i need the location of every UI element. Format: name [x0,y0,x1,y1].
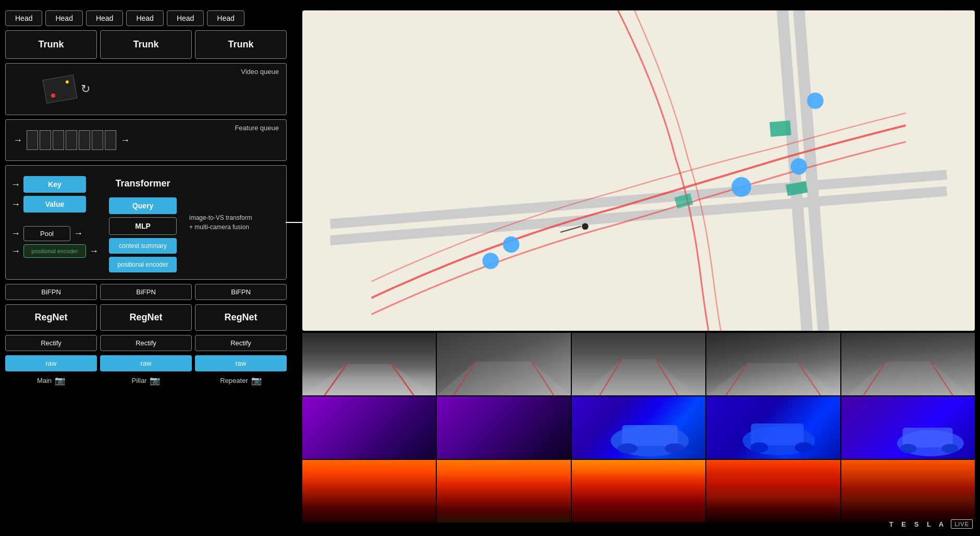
pos-enc-btn[interactable]: positional encoder [23,244,86,258]
svg-point-8 [791,158,807,175]
transformer-desc-2: + multi-camera fusion [189,222,252,232]
camera-label-row: Main 📷 Pillar 📷 Repeater 📷 [5,376,287,385]
regnet-1: RegNet [5,304,97,331]
head-btn-1-1[interactable]: Head [5,10,42,26]
arrow-value: → [11,199,20,210]
svg-point-28 [665,443,684,454]
svg-point-36 [941,444,958,453]
raw-btn-3[interactable]: raw [195,355,287,371]
rectify-row: Rectify Rectify Rectify [5,335,287,351]
cam-cell-r2c4 [706,396,840,459]
transformer-description: image-to-VS transform + multi-camera fus… [186,171,252,274]
value-row: → Value [11,196,100,213]
head-btn-3-2[interactable]: Head [207,10,244,26]
cam-cell-r2c5 [841,396,975,459]
arrow-posenc2: → [89,246,99,257]
svg-point-7 [731,177,751,197]
bifpn-2: BiFPN [100,284,192,300]
bifpn-1: BiFPN [5,284,97,300]
raw-row: raw raw raw [5,355,287,371]
arrow-key: → [11,179,20,190]
repeater-camera-icon: 📷 [251,376,262,385]
cam-cell-r2c3 [572,396,705,459]
svg-rect-0 [330,10,947,331]
regnet-2: RegNet [100,304,192,331]
value-btn[interactable]: Value [23,196,86,213]
head-group-3: Head Head [167,10,244,26]
rectify-2: Rectify [100,335,192,351]
feature-bar-3 [53,130,64,150]
transformer-left: → Key → Value → Pool → → positional enco… [11,171,100,274]
main-visualization [302,10,975,331]
road-viz-svg [302,10,975,331]
feature-bar-6 [92,130,103,150]
feature-bar-1 [27,130,38,150]
svg-point-6 [482,253,499,269]
posenc-row: → positional encoder → [11,244,100,258]
trunk-1: Trunk [5,30,97,59]
head-btn-2-1[interactable]: Head [86,10,123,26]
rectify-3: Rectify [195,335,287,351]
query-btn[interactable]: Query [109,197,177,214]
regnet-3: RegNet [195,304,287,331]
head-group-2: Head Head [86,10,164,26]
context-summary-btn[interactable]: context summary [109,238,177,254]
cam-cell-r3c3 [572,460,705,522]
camera-label-main: Main 📷 [5,376,97,385]
head-row: Head Head Head Head Head Head [5,10,287,26]
svg-rect-26 [622,425,678,446]
cam-cell-r2c1 [302,396,436,459]
transformer-box: → Key → Value → Pool → → positional enco… [5,165,287,280]
bifpn-row: BiFPN BiFPN BiFPN [5,284,287,300]
video-queue-icon: ↻ [44,77,90,101]
arrow-posenc: → [11,246,20,257]
cam-cell-r3c1 [302,460,436,522]
main-camera-name: Main [37,377,52,384]
head-btn-1-2[interactable]: Head [45,10,82,26]
head-btn-3-1[interactable]: Head [167,10,204,26]
feature-bar-5 [79,130,90,150]
pool-btn[interactable]: Pool [23,226,70,241]
head-btn-2-2[interactable]: Head [126,10,163,26]
transformer-section-wrapper: → Key → Value → Pool → → positional enco… [5,165,287,280]
trunk-row: Trunk Trunk Trunk [5,30,287,59]
svg-rect-30 [751,423,804,445]
tesla-footer: T E S L A LIVE [889,519,973,529]
feature-bar-7 [105,130,116,150]
feature-bar-2 [40,130,51,150]
arrow-right-fq: → [13,135,22,146]
bifpn-3: BiFPN [195,284,287,300]
camera-grid [302,333,975,531]
cam-cell-r1c3 [572,333,705,395]
svg-rect-10 [769,120,791,137]
cam-cell-r3c4 [706,460,840,522]
pool-row: → Pool → [11,226,100,241]
raw-btn-2[interactable]: raw [100,355,192,371]
transformer-title: Transformer [115,173,170,194]
feature-queue-label: Feature queue [235,124,279,132]
svg-point-27 [617,443,637,454]
cam-cell-r1c4 [706,333,840,395]
main-camera-icon: 📷 [55,376,65,385]
mlp-btn[interactable]: MLP [109,217,177,235]
arrow-pool: → [11,228,20,239]
camera-label-pillar: Pillar 📷 [100,376,192,385]
positional-encoder-btn[interactable]: positional encoder [109,257,177,272]
feature-queue-box: Feature queue → → [5,119,287,161]
svg-point-9 [807,93,824,109]
cam-cell-r1c5 [841,333,975,395]
raw-btn-1[interactable]: raw [5,355,97,371]
cam-cell-r2c2 [437,396,570,459]
cam-cell-r1c2 [437,333,570,395]
head-group-1: Head Head [5,10,83,26]
svg-point-32 [795,442,813,453]
cam-cell-r3c5 [841,460,975,522]
key-btn[interactable]: Key [23,176,86,193]
pool-row-wrapper: → Pool → → positional encoder → [11,226,100,258]
left-panel: Head Head Head Head Head Head Trunk Trun… [0,0,292,536]
svg-point-31 [751,442,768,453]
svg-point-13 [582,223,589,230]
pillar-camera-icon: 📷 [150,376,160,385]
svg-point-35 [900,444,916,453]
svg-point-5 [503,236,520,253]
